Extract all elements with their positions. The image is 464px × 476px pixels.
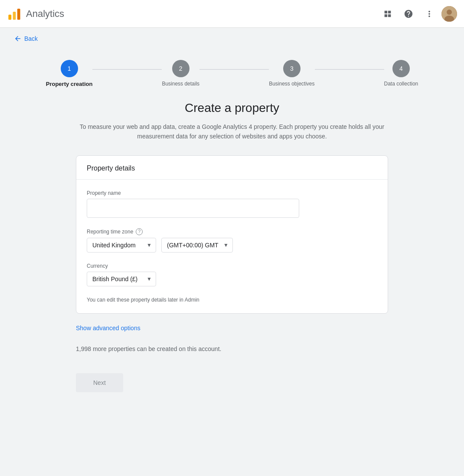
grid-button[interactable]	[379, 5, 396, 23]
connector-2-3	[199, 69, 269, 70]
currency-label: Currency	[87, 263, 377, 269]
property-details-card: Property details Property name Reporting…	[76, 155, 388, 314]
next-button[interactable]: Next	[76, 373, 123, 392]
property-name-field-group: Property name	[87, 190, 377, 218]
reporting-timezone-field-group: Reporting time zone ? United Kingdom ▼ (…	[87, 228, 377, 253]
main-content: Create a property To measure your web an…	[0, 101, 464, 418]
step-1-circle: 1	[61, 60, 78, 77]
back-bar: Back	[0, 28, 464, 49]
currency-select-wrapper: British Pound (£) ▼	[87, 272, 156, 286]
step-4-circle: 4	[392, 60, 410, 77]
topbar: Analytics	[0, 0, 464, 28]
topbar-logo: Analytics	[7, 7, 379, 21]
help-icon	[404, 9, 413, 19]
page-title: Create a property	[185, 101, 279, 115]
back-button[interactable]: Back	[14, 35, 38, 43]
page-description: To measure your web and app data, create…	[76, 122, 388, 141]
step-4-label: Data collection	[384, 81, 418, 87]
step-2-circle: 2	[172, 60, 190, 77]
card-header: Property details	[76, 156, 388, 180]
card-header-title: Property details	[87, 164, 135, 172]
step-2: 2 Business details	[162, 60, 199, 87]
avatar-image	[441, 6, 457, 22]
step-1-label: Property creation	[46, 81, 93, 87]
card-body: Property name Reporting time zone ? Unit…	[76, 180, 388, 313]
timezone-dropdowns: United Kingdom ▼ (GMT+00:00) GMT ▼	[87, 238, 377, 253]
svg-rect-0	[8, 14, 11, 20]
show-advanced-options-button[interactable]: Show advanced options	[76, 325, 141, 332]
advanced-options-section: Show advanced options	[76, 324, 388, 338]
more-button[interactable]	[421, 5, 438, 23]
edit-hint: You can edit these property details late…	[87, 297, 377, 303]
step-1: 1 Property creation	[46, 60, 93, 87]
grid-icon	[383, 9, 392, 19]
timezone-help-icon[interactable]: ?	[136, 228, 143, 235]
country-select[interactable]: United Kingdom	[87, 238, 156, 253]
step-4: 4 Data collection	[384, 60, 418, 87]
timezone-select-wrapper: (GMT+00:00) GMT ▼	[161, 238, 233, 253]
more-icon	[425, 9, 434, 19]
reporting-timezone-label: Reporting time zone ?	[87, 228, 377, 235]
property-name-input[interactable]	[87, 199, 299, 218]
currency-field-group: Currency British Pound (£) ▼	[87, 263, 377, 286]
currency-select[interactable]: British Pound (£)	[87, 272, 156, 286]
back-label: Back	[24, 35, 38, 42]
next-button-section: Next	[76, 373, 388, 392]
svg-rect-2	[17, 9, 20, 20]
stepper-container: 1 Property creation 2 Business details 3…	[0, 49, 464, 101]
stepper: 1 Property creation 2 Business details 3…	[46, 60, 418, 87]
step-3-circle: 3	[283, 60, 301, 77]
user-avatar-icon	[441, 6, 457, 22]
app-title: Analytics	[26, 8, 64, 20]
connector-3-4	[315, 69, 384, 70]
topbar-actions	[379, 5, 457, 23]
country-select-wrapper: United Kingdom ▼	[87, 238, 156, 253]
property-name-label: Property name	[87, 190, 377, 196]
timezone-select[interactable]: (GMT+00:00) GMT	[161, 238, 233, 253]
analytics-logo-icon	[7, 7, 22, 21]
properties-count-section: 1,998 more properties can be created on …	[76, 345, 388, 363]
help-button[interactable]	[400, 5, 417, 23]
svg-point-4	[447, 10, 452, 15]
avatar[interactable]	[441, 6, 457, 22]
step-3-label: Business objectives	[269, 81, 314, 87]
svg-rect-1	[13, 11, 16, 20]
properties-count-text: 1,998 more properties can be created on …	[76, 345, 388, 352]
step-3: 3 Business objectives	[269, 60, 314, 87]
back-arrow-icon	[14, 35, 22, 43]
step-2-label: Business details	[162, 81, 199, 87]
connector-1-2	[92, 69, 162, 70]
